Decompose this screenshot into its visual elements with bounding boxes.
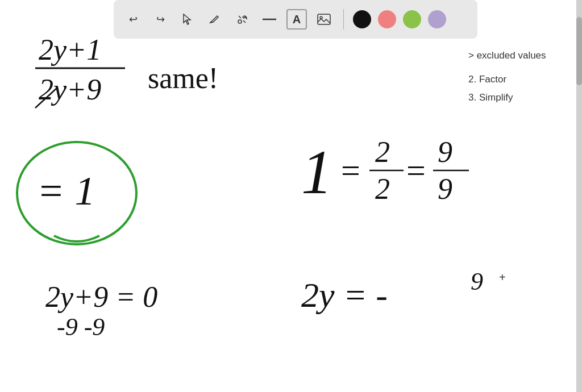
undo-button[interactable]: ↩ xyxy=(123,9,143,30)
pencil-button[interactable] xyxy=(205,9,225,30)
toolbar: ↩ ↪ A xyxy=(114,0,477,39)
color-pink[interactable] xyxy=(378,10,396,28)
color-black[interactable] xyxy=(353,10,371,28)
redo-button[interactable]: ↪ xyxy=(150,9,171,30)
step3-text: 3. Simplify xyxy=(468,92,571,103)
color-lavender[interactable] xyxy=(428,10,446,28)
svg-point-0 xyxy=(238,20,242,23)
scrollbar-thumb[interactable] xyxy=(576,17,582,85)
text-button[interactable]: A xyxy=(286,9,307,30)
select-button[interactable] xyxy=(177,9,198,30)
image-button[interactable] xyxy=(314,9,334,30)
side-panel: > excluded values 2. Factor 3. Simplify xyxy=(463,0,576,122)
scrollbar[interactable] xyxy=(576,0,582,392)
color-green[interactable] xyxy=(403,10,421,28)
step2-text: 2. Factor xyxy=(468,74,571,85)
excluded-values-text: > excluded values xyxy=(468,50,571,61)
svg-rect-2 xyxy=(318,14,330,24)
tools-button[interactable] xyxy=(232,9,252,30)
line-button[interactable] xyxy=(259,9,280,30)
